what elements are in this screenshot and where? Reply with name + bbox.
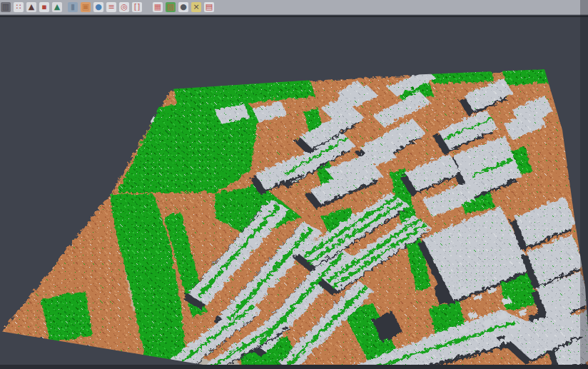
window-bottom-edge — [0, 365, 588, 369]
classification-colors-icon[interactable]: ▨ — [166, 2, 176, 12]
snapshot-marker-icon[interactable]: ▪ — [39, 2, 49, 12]
colored-points-icon[interactable]: ∷ — [14, 2, 24, 12]
striped-flag-icon[interactable]: ▤ — [204, 2, 214, 12]
ring-target-icon[interactable]: ◎ — [119, 2, 129, 12]
app-window: { "toolbar": { "bg": "#a9acb4", "icons":… — [0, 0, 588, 369]
panel-icon[interactable]: ▮ — [68, 2, 78, 12]
point-cloud-canvas — [0, 1, 588, 369]
globe-icon[interactable]: ● — [93, 2, 103, 12]
cross-tool-icon[interactable]: × — [191, 2, 201, 12]
orange-square-icon[interactable]: ▣ — [81, 2, 91, 12]
dark-mountain-icon[interactable]: ▲ — [26, 2, 36, 12]
sphere-icon[interactable]: ● — [178, 2, 188, 12]
green-mountain-icon[interactable]: ▲ — [52, 2, 62, 12]
selection-brackets-icon[interactable]: [] — [132, 2, 142, 12]
layers-icon[interactable]: ≡ — [106, 2, 116, 12]
3d-viewport[interactable] — [0, 16, 588, 369]
grid-checker-icon[interactable]: ▦ — [153, 2, 163, 12]
texture-patch-icon[interactable]: ▥ — [1, 2, 11, 12]
toolbar: ▥∷▲▪▲▮▣●≡◎[]▦▨●×▤ — [0, 0, 588, 15]
